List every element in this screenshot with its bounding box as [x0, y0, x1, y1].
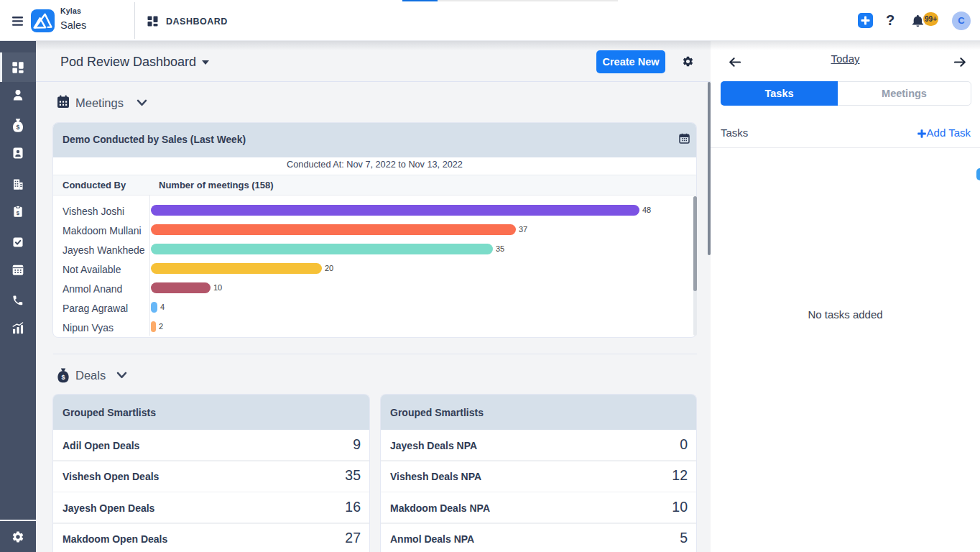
- svg-text:$: $: [17, 123, 20, 130]
- svg-text:$: $: [61, 373, 65, 380]
- svg-text:$: $: [17, 210, 20, 216]
